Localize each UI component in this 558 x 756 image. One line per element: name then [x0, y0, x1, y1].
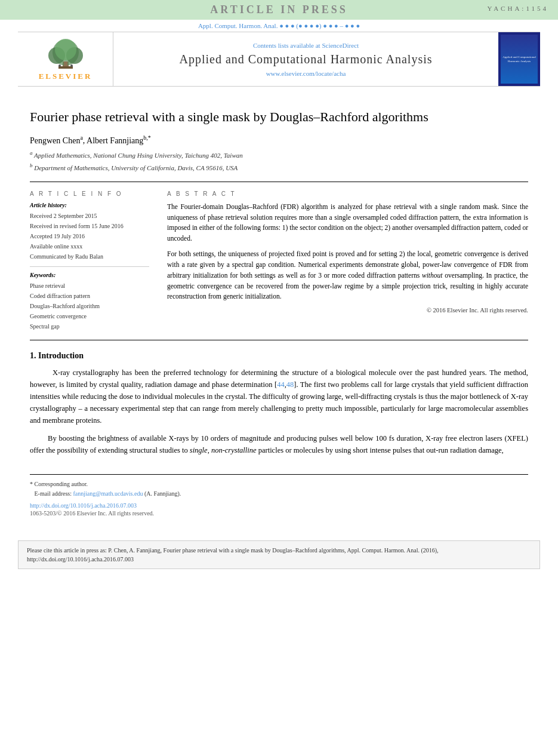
corresponding-label: * Corresponding author. — [30, 481, 88, 487]
issn-line: 1063-5203/© 2016 Elsevier Inc. All right… — [30, 510, 528, 517]
keywords-label: Keywords: — [30, 272, 149, 278]
contents-line: Contents lists available at ScienceDirec… — [253, 42, 359, 49]
introduction-title: 1. Introduction — [30, 351, 528, 361]
cover-inner: Applied and Computational Harmonic Analy… — [501, 35, 538, 84]
abstract-para1: The Fourier-domain Douglas–Rachford (FDR… — [167, 202, 528, 244]
affiliation-a: Applied Mathematics, National Chung Hsin… — [34, 152, 243, 159]
affiliation-b: Department of Mathematics, University of… — [34, 164, 238, 171]
article-in-press-banner: ARTICLE IN PRESS YACHA:1154 — [0, 0, 558, 20]
paper-content: Fourier phase retrieval with a single ma… — [0, 87, 558, 534]
kw5: Spectral gap — [30, 321, 149, 331]
affil-sup-b: b,* — [143, 134, 151, 141]
kw-divider — [30, 266, 149, 267]
article-info-col: A R T I C L E I N F O Article history: R… — [30, 190, 149, 331]
available-date: Available online xxxx — [30, 241, 149, 251]
svg-rect-6 — [58, 66, 73, 69]
single-italic: single, non-crystalline — [190, 446, 257, 454]
author-pengwen: Pengwen Chen — [30, 136, 80, 145]
communicated-by: Communicated by Radu Balan — [30, 251, 149, 262]
article-info-label: A R T I C L E I N F O — [30, 190, 149, 197]
journal-title: Applied and Computational Harmonic Analy… — [179, 53, 432, 66]
kw4: Geometric convergence — [30, 311, 149, 321]
intro-para2: By boosting the brightness of available … — [30, 432, 528, 456]
email-link[interactable]: fannjiang@math.ucdavis.edu — [73, 490, 143, 497]
kw2: Coded diffraction pattern — [30, 291, 149, 301]
journal-ref-text: Appl. Comput. Harmon. Anal. ● ● ● (● ● ●… — [198, 22, 360, 29]
revised-date: Received in revised form 15 June 2016 — [30, 221, 149, 231]
citation-text: Please cite this article in press as: P.… — [27, 547, 439, 563]
banner-text: ARTICLE IN PRESS — [210, 4, 347, 16]
journal-cover-image: Applied and Computational Harmonic Analy… — [498, 32, 540, 86]
abstract-text: The Fourier-domain Douglas–Rachford (FDR… — [167, 202, 528, 302]
footnote-area: * Corresponding author. E-mail address: … — [30, 474, 528, 523]
kw3: Douglas–Rachford algorithm — [30, 301, 149, 311]
article-id: YACHA:1154 — [487, 5, 548, 12]
elsevier-logo-block: ELSEVIER — [18, 32, 113, 86]
contents-link: ScienceDirect — [322, 42, 359, 49]
svg-point-8 — [70, 64, 73, 67]
article-info-abstract: A R T I C L E I N F O Article history: R… — [30, 190, 528, 331]
journal-reference-line: Appl. Comput. Harmon. Anal. ● ● ● (● ● ●… — [0, 20, 558, 32]
history-label: Article history: — [30, 202, 149, 208]
ref-44[interactable]: 44 — [277, 380, 285, 389]
accepted-date: Accepted 19 July 2016 — [30, 231, 149, 241]
author-albert: Albert Fannjiang — [87, 136, 143, 145]
citation-box: Please cite this article in press as: P.… — [18, 540, 540, 569]
email-footnote: E-mail address: fannjiang@math.ucdavis.e… — [30, 489, 528, 499]
keywords-block: Keywords: Phase retrieval Coded diffract… — [30, 272, 149, 331]
divider-2 — [30, 340, 528, 340]
email-label: E-mail address: — [35, 490, 72, 497]
cover-text: Applied and Computational Harmonic Analy… — [501, 53, 538, 65]
copyright-text: © 2016 Elsevier Inc. All rights reserved… — [167, 307, 528, 314]
journal-url: www.elsevier.com/locate/acha — [266, 70, 346, 77]
received-date: Received 2 September 2015 — [30, 211, 149, 221]
affil-b-sup: b — [30, 162, 33, 168]
kw1: Phase retrieval — [30, 281, 149, 291]
contents-label: Contents lists available at — [253, 42, 320, 49]
authors-line: Pengwen Chena, Albert Fannjiangb,* — [30, 134, 528, 146]
journal-info-block: Contents lists available at ScienceDirec… — [113, 32, 498, 86]
svg-point-7 — [58, 64, 61, 67]
elsevier-tree-icon — [42, 38, 90, 70]
article-history: Article history: Received 2 September 20… — [30, 202, 149, 262]
intro-para1: X-ray crystallography has been the prefe… — [30, 367, 528, 426]
corresponding-author-note: * Corresponding author. — [30, 480, 528, 489]
elsevier-text: ELSEVIER — [39, 72, 93, 81]
affiliations-block: a Applied Mathematics, National Chung Hs… — [30, 149, 528, 173]
affil-a-sup: a — [30, 150, 33, 156]
abstract-para2: For both settings, the uniqueness of pro… — [167, 249, 528, 302]
divider-1 — [30, 182, 528, 182]
email-suffix: (A. Fannjiang). — [144, 490, 181, 497]
doi-link[interactable]: http://dx.doi.org/10.1016/j.acha.2016.07… — [30, 502, 528, 509]
svg-point-4 — [55, 39, 76, 60]
without-italic: without — [422, 272, 443, 279]
header-area: ELSEVIER Contents lists available at Sci… — [18, 32, 540, 87]
ref-48[interactable]: 48 — [286, 380, 294, 389]
paper-title: Fourier phase retrieval with a single ma… — [30, 108, 528, 126]
abstract-label: A B S T R A C T — [167, 190, 528, 197]
affil-sup-a: a — [80, 134, 82, 141]
abstract-col: A B S T R A C T The Fourier-domain Dougl… — [167, 190, 528, 331]
